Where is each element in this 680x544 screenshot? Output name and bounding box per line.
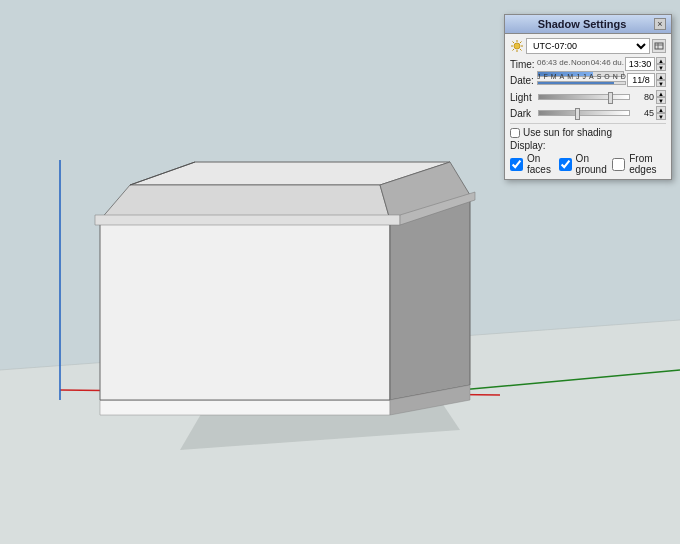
timezone-select[interactable]: UTC-07:00 UTC-08:00 UTC-06:00 xyxy=(526,38,650,54)
display-checks: On faces On ground From edges xyxy=(510,153,666,175)
date-input[interactable] xyxy=(627,73,655,87)
svg-line-22 xyxy=(513,42,515,44)
dark-down[interactable]: ▼ xyxy=(656,113,666,120)
svg-point-17 xyxy=(514,43,520,49)
time-up[interactable]: ▲ xyxy=(656,57,666,64)
svg-line-23 xyxy=(520,49,522,51)
time-input[interactable] xyxy=(625,57,655,71)
time-row: Time: 06:43 de. Noon 04:46 du. ▲ ▼ xyxy=(510,57,666,71)
use-sun-row: Use sun for shading xyxy=(510,127,666,138)
month-labels: J F M A M J J A S O N D xyxy=(537,73,626,80)
light-label: Light xyxy=(510,92,536,103)
panel-titlebar: Shadow Settings × xyxy=(505,15,671,34)
use-sun-checkbox[interactable] xyxy=(510,128,520,138)
use-sun-label: Use sun for shading xyxy=(523,127,612,138)
display-section-label: Display: xyxy=(510,140,666,151)
light-value: 80 xyxy=(632,92,654,102)
shadow-panel: Shadow Settings × UTC-07:00 UTC-08:00 UT… xyxy=(504,14,672,180)
sun-icon xyxy=(510,39,524,53)
from-edges-checkbox[interactable] xyxy=(612,158,625,171)
date-label: Date: xyxy=(510,75,536,86)
dark-row: Dark 45 ▲ ▼ xyxy=(510,106,666,120)
svg-marker-15 xyxy=(95,215,400,225)
from-edges-label: From edges xyxy=(629,153,666,175)
date-row: Date: J F M A M J J A S O N D xyxy=(510,73,666,87)
timezone-row: UTC-07:00 UTC-08:00 UTC-06:00 xyxy=(510,38,666,54)
svg-line-24 xyxy=(520,42,522,44)
date-down[interactable]: ▼ xyxy=(656,80,666,87)
date-up[interactable]: ▲ xyxy=(656,73,666,80)
light-spinner[interactable]: ▲ ▼ xyxy=(656,90,666,104)
dark-slider[interactable] xyxy=(538,110,630,116)
close-button[interactable]: × xyxy=(654,18,666,30)
on-ground-label: On ground xyxy=(576,153,609,175)
light-down[interactable]: ▼ xyxy=(656,97,666,104)
panel-title: Shadow Settings xyxy=(510,18,654,30)
location-button[interactable] xyxy=(652,39,666,53)
dark-spinner[interactable]: ▲ ▼ xyxy=(656,106,666,120)
svg-marker-8 xyxy=(100,220,390,400)
date-slider[interactable]: J F M A M J J A S O N D xyxy=(537,73,626,87)
time-down[interactable]: ▼ xyxy=(656,64,666,71)
svg-rect-26 xyxy=(655,43,663,49)
on-faces-checkbox[interactable] xyxy=(510,158,523,171)
date-spinner[interactable]: ▲ ▼ xyxy=(656,73,666,87)
svg-marker-7 xyxy=(100,400,390,415)
time-spinner[interactable]: ▲ ▼ xyxy=(656,57,666,71)
time-end-label: 04:46 du. xyxy=(591,58,624,67)
on-faces-label: On faces xyxy=(527,153,555,175)
dark-value: 45 xyxy=(632,108,654,118)
light-slider[interactable] xyxy=(538,94,630,100)
svg-line-25 xyxy=(513,49,515,51)
svg-marker-9 xyxy=(390,195,470,400)
time-slider[interactable]: 06:43 de. Noon 04:46 du. xyxy=(537,57,624,71)
dark-up[interactable]: ▲ xyxy=(656,106,666,113)
time-label: Time: xyxy=(510,59,536,70)
light-up[interactable]: ▲ xyxy=(656,90,666,97)
dark-label: Dark xyxy=(510,108,536,119)
light-row: Light 80 ▲ ▼ xyxy=(510,90,666,104)
on-ground-checkbox[interactable] xyxy=(559,158,572,171)
time-noon-label: Noon xyxy=(571,58,590,67)
time-start-label: 06:43 de. xyxy=(537,58,570,67)
